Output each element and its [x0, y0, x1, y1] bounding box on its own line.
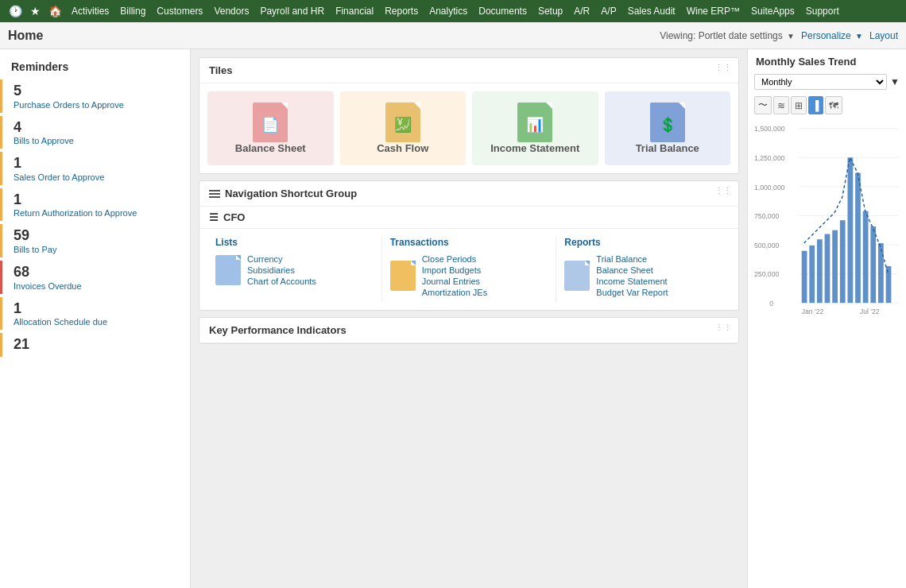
home-icon[interactable]: 🏠 — [45, 5, 66, 17]
reminder-count-4: 59 — [14, 227, 179, 245]
cfo-hamburger-icon: ☰ — [209, 211, 219, 223]
nav-transactions-column: Transactions Close Periods Import Budget… — [382, 237, 557, 302]
reminder-count-2: 1 — [14, 155, 179, 172]
reminder-label-2[interactable]: Sales Order to Approve — [14, 172, 179, 182]
kpi-drag-handle[interactable]: ⋮⋮ — [714, 323, 732, 333]
reminder-item-1[interactable]: 4 Bills to Approve — [0, 116, 190, 149]
personalize-link[interactable]: Personalize ▼ — [801, 30, 863, 41]
reminder-label-0[interactable]: Purchase Orders to Approve — [14, 100, 179, 110]
dropdown-caret: ▼ — [890, 76, 900, 87]
reminder-label-3[interactable]: Return Authorization to Approve — [14, 208, 179, 218]
nav-ap[interactable]: A/P — [595, 0, 621, 22]
nav-reports-title: Reports — [564, 237, 722, 248]
nav-reports-column: Reports Trial Balance Balance Sheet Inco… — [556, 237, 730, 302]
nav-documents[interactable]: Documents — [473, 0, 532, 22]
chart-type-area[interactable]: ≋ — [773, 96, 789, 114]
nav-payroll[interactable]: Payroll and HR — [254, 0, 330, 22]
nav-link-budget-var[interactable]: Budget Var Report — [596, 288, 668, 297]
nav-lists-title: Lists — [215, 237, 374, 248]
nav-reports[interactable]: Reports — [379, 0, 424, 22]
nav-analytics[interactable]: Analytics — [424, 0, 473, 22]
svg-text:0: 0 — [769, 300, 773, 308]
reminder-count-7: 21 — [14, 336, 179, 354]
nav-setup[interactable]: Setup — [532, 0, 568, 22]
reminder-count-1: 4 — [14, 119, 179, 137]
nav-lists-links: Currency Subsidiaries Chart of Accounts — [247, 254, 316, 286]
nav-shortcut-title: Navigation Shortcut Group — [225, 188, 357, 199]
nav-support[interactable]: Support — [800, 0, 845, 22]
svg-text:Jan '22: Jan '22 — [802, 308, 824, 315]
reminder-item-4[interactable]: 59 Bills to Pay — [0, 224, 190, 257]
nav-billing[interactable]: Billing — [114, 0, 151, 22]
cash-flow-inner-icon: 💹 — [394, 116, 412, 133]
reminder-item-5[interactable]: 68 Invoices Overdue — [0, 261, 190, 294]
monthly-dropdown[interactable]: Monthly — [754, 74, 887, 90]
tile-cash-flow[interactable]: 💹 Cash Flow — [340, 91, 467, 165]
nav-link-income-statement[interactable]: Income Statement — [596, 277, 668, 286]
tile-balance-sheet[interactable]: 📄 Balance Sheet — [207, 91, 334, 165]
nav-link-balance-sheet[interactable]: Balance Sheet — [596, 265, 668, 275]
reminder-item-7[interactable]: 21 — [0, 333, 190, 357]
svg-text:750,000: 750,000 — [754, 212, 779, 220]
cfo-group-label: ☰ CFO — [199, 207, 738, 229]
nav-vendors[interactable]: Vendors — [208, 0, 254, 22]
svg-rect-15 — [809, 246, 815, 303]
nav-activities[interactable]: Activities — [66, 0, 114, 22]
tiles-portlet: Tiles ⋮⋮ 📄 Balance Sheet 💹 Cash Flow — [199, 57, 739, 174]
svg-rect-21 — [855, 172, 861, 303]
tile-income-statement[interactable]: 📊 Income Statement — [472, 91, 598, 165]
tiles-drag-handle[interactable]: ⋮⋮ — [714, 63, 732, 73]
nav-shortcut-portlet: Navigation Shortcut Group ⋮⋮ ☰ CFO Lists… — [199, 180, 739, 311]
personalize-caret: ▼ — [855, 32, 863, 41]
nav-customers[interactable]: Customers — [151, 0, 208, 22]
reminder-label-6[interactable]: Allocation Schedule due — [14, 317, 179, 327]
nav-link-chart-accounts[interactable]: Chart of Accounts — [247, 277, 316, 286]
reminder-label-4[interactable]: Bills to Pay — [14, 245, 179, 254]
svg-rect-24 — [878, 243, 884, 303]
nav-shortcut-drag[interactable]: ⋮⋮ — [714, 186, 732, 196]
income-inner-icon: 📊 — [526, 116, 544, 133]
tile-trial-balance[interactable]: 💲 Trial Balance — [605, 91, 731, 165]
layout-link[interactable]: Layout — [869, 30, 898, 41]
nav-link-currency[interactable]: Currency — [247, 254, 316, 264]
trial-balance-icon: 💲 — [650, 103, 685, 142]
chart-type-map[interactable]: 🗺 — [825, 96, 842, 114]
caret-icon: ▼ — [787, 32, 795, 41]
svg-text:500,000: 500,000 — [754, 242, 779, 250]
chart-type-bar[interactable]: ▐ — [808, 96, 823, 114]
kpi-portlet: Key Performance Indicators ⋮⋮ — [199, 317, 739, 344]
nav-suiteapps[interactable]: SuiteApps — [745, 0, 800, 22]
nav-financial[interactable]: Financial — [330, 0, 379, 22]
star-icon[interactable]: ★ — [26, 5, 45, 17]
svg-text:1,250,000: 1,250,000 — [754, 154, 785, 162]
svg-rect-14 — [802, 251, 807, 303]
nav-link-close-periods[interactable]: Close Periods — [422, 254, 488, 264]
clock-icon[interactable]: 🕐 — [5, 5, 26, 17]
portlet-date-settings[interactable]: Viewing: Portlet date settings ▼ — [660, 30, 795, 41]
reminder-item-3[interactable]: 1 Return Authorization to Approve — [0, 188, 190, 222]
nav-wine-erp[interactable]: Wine ERP™ — [681, 0, 745, 22]
nav-link-trial-balance[interactable]: Trial Balance — [596, 254, 668, 264]
nav-ar[interactable]: A/R — [568, 0, 595, 22]
nav-sales-audit[interactable]: Sales Audit — [622, 0, 681, 22]
nav-link-import-budgets[interactable]: Import Budgets — [422, 265, 488, 275]
reminder-item-2[interactable]: 1 Sales Order to Approve — [0, 152, 190, 185]
svg-rect-22 — [863, 211, 869, 304]
nav-lists-column: Lists Currency Subsidiaries Chart of Acc… — [207, 237, 382, 302]
hamburger-icon — [209, 190, 220, 198]
tile-cashflow-label: Cash Flow — [377, 142, 428, 154]
chart-type-table[interactable]: ⊞ — [791, 96, 807, 114]
reminder-item-0[interactable]: 5 Purchase Orders to Approve — [0, 79, 190, 113]
chart-type-line[interactable]: 〜 — [754, 96, 772, 114]
nav-link-subsidiaries[interactable]: Subsidiaries — [247, 265, 316, 275]
reports-doc-icon — [564, 261, 590, 291]
top-nav[interactable]: 🕐 ★ 🏠 Activities Billing Customers Vendo… — [0, 0, 906, 22]
kpi-header: Key Performance Indicators — [199, 318, 738, 343]
nav-link-amortization[interactable]: Amortization JEs — [422, 288, 488, 297]
nav-link-journal-entries[interactable]: Journal Entries — [422, 277, 488, 286]
reminder-item-6[interactable]: 1 Allocation Schedule due — [0, 297, 190, 331]
reminder-label-5[interactable]: Invoices Overdue — [14, 281, 179, 291]
reminder-label-1[interactable]: Bills to Approve — [14, 136, 179, 145]
tile-trial-label: Trial Balance — [636, 142, 699, 154]
tiles-header: Tiles — [199, 58, 738, 83]
